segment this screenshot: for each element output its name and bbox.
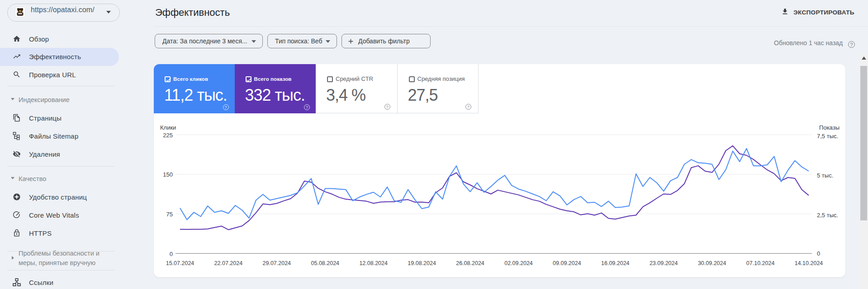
svg-text:22.07.2024: 22.07.2024 [214, 260, 243, 266]
svg-text:26.08.2024: 26.08.2024 [456, 260, 484, 266]
svg-text:23.09.2024: 23.09.2024 [650, 260, 678, 266]
svg-text:2,5 тыс.: 2,5 тыс. [817, 212, 838, 219]
svg-text:07.10.2024: 07.10.2024 [746, 260, 775, 266]
svg-text:09.09.2024: 09.09.2024 [553, 260, 581, 266]
svg-text:Клики: Клики [160, 124, 176, 131]
svg-text:14.10.2024: 14.10.2024 [795, 260, 823, 266]
svg-text:7,5 тыс.: 7,5 тыс. [817, 133, 838, 140]
svg-text:16.09.2024: 16.09.2024 [601, 260, 630, 266]
svg-text:0: 0 [817, 250, 820, 257]
svg-text:5 тыс.: 5 тыс. [817, 172, 833, 179]
svg-text:225: 225 [163, 132, 173, 139]
svg-text:12.08.2024: 12.08.2024 [359, 260, 388, 266]
svg-text:29.07.2024: 29.07.2024 [263, 260, 291, 266]
svg-text:15.07.2024: 15.07.2024 [166, 260, 194, 266]
svg-text:Показы: Показы [819, 124, 840, 131]
svg-text:75: 75 [166, 211, 173, 218]
svg-text:05.08.2024: 05.08.2024 [311, 260, 340, 266]
svg-text:19.08.2024: 19.08.2024 [408, 260, 436, 266]
svg-text:30.09.2024: 30.09.2024 [698, 260, 726, 266]
svg-text:0: 0 [170, 251, 173, 257]
svg-text:02.09.2024: 02.09.2024 [504, 260, 533, 266]
svg-text:150: 150 [163, 171, 173, 178]
